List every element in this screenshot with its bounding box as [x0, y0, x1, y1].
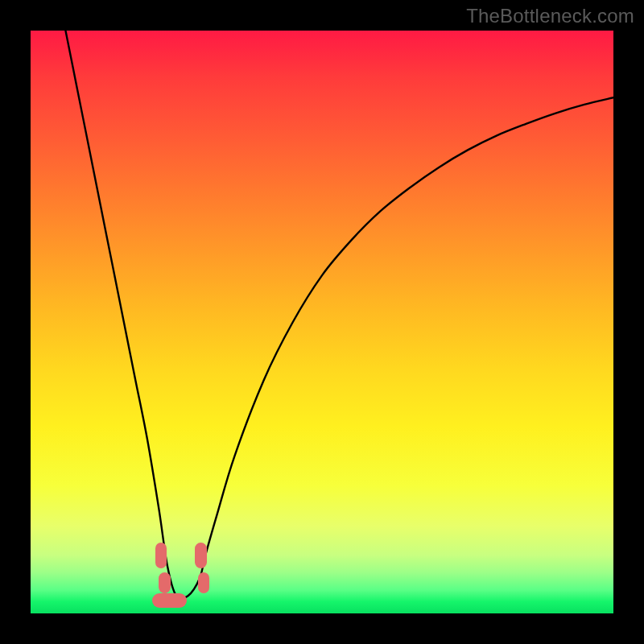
- chart-frame: TheBottleneck.com: [0, 0, 644, 644]
- marker-left-bottom: [159, 572, 171, 593]
- watermark-text: TheBottleneck.com: [466, 5, 634, 27]
- marker-right-bottom: [198, 572, 210, 593]
- marker-left-top: [155, 543, 167, 568]
- marker-right-top: [195, 543, 207, 568]
- marker-base: [152, 593, 187, 609]
- bottleneck-curve: [31, 31, 613, 613]
- plot-area: [31, 31, 613, 613]
